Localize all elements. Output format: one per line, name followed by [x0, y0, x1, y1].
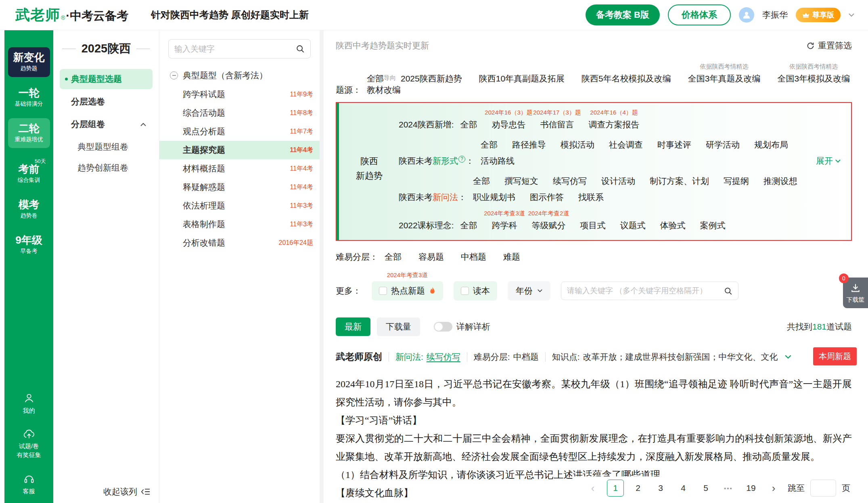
- filter-option[interactable]: 路径推导: [512, 139, 546, 150]
- filter-option[interactable]: 推测设想: [763, 175, 797, 187]
- keyword-search-input[interactable]: [567, 286, 724, 295]
- new-this-week-badge: 本周新题: [813, 347, 857, 365]
- page-button-last[interactable]: 19: [743, 480, 759, 497]
- keyword-search-box[interactable]: [561, 282, 738, 300]
- question-tag[interactable]: 新问法: 续写仿写: [395, 351, 460, 363]
- tree-root-typical-types[interactable]: 典型题型（含新考法）: [159, 70, 320, 85]
- download-basket-button[interactable]: 0 下载筐: [843, 278, 868, 308]
- collapse-node-icon[interactable]: [170, 71, 178, 79]
- filter-option[interactable]: 2025陕西新趋势: [401, 73, 462, 84]
- filter-option[interactable]: 设计活动: [601, 175, 635, 187]
- filter-option[interactable]: 依据陕西考情精选 全国3年模拟及改编: [777, 73, 850, 84]
- filter-option[interactable]: 制订方案、计划: [650, 175, 709, 187]
- menu-layered-paper-selection[interactable]: 分层选卷: [60, 92, 153, 112]
- filter-option[interactable]: 撰写短文: [504, 175, 538, 187]
- nav-mock-exam[interactable]: 模考 趋势卷: [8, 194, 50, 224]
- page-jump-input[interactable]: [810, 480, 836, 497]
- tree-item-selected[interactable]: 主题探究题 11年4考: [159, 141, 320, 159]
- vip-badge[interactable]: 尊享版: [796, 8, 841, 22]
- nav-new-changes[interactable]: 新变化 趋势题: [8, 47, 50, 77]
- filter-option[interactable]: 活动路线: [481, 155, 515, 167]
- tree-item[interactable]: 释疑解惑题 11年4考: [159, 178, 320, 196]
- filter-option[interactable]: 体验式: [660, 220, 686, 231]
- submit-papers-item[interactable]: 试题/卷 有奖征集: [17, 429, 41, 459]
- next-page-button[interactable]: ›: [765, 480, 782, 497]
- filter-option[interactable]: 职业规划书: [473, 192, 515, 203]
- reset-filters-button[interactable]: 重置筛选: [806, 40, 852, 51]
- filter-option[interactable]: 议题式: [620, 220, 646, 231]
- type-search-box[interactable]: [168, 39, 311, 58]
- pricing-button[interactable]: 价格体系: [668, 4, 731, 25]
- filter-option[interactable]: 图示作答: [530, 192, 564, 203]
- filter-option[interactable]: 全部: [460, 119, 477, 130]
- filter-option[interactable]: 社会调查: [609, 139, 643, 150]
- hot-new-questions-checkbox[interactable]: 2024年考查3道 热点新题: [372, 281, 443, 301]
- prev-page-button[interactable]: ‹: [584, 480, 601, 497]
- filter-option[interactable]: 2024年考查3道 跨学科: [492, 220, 517, 231]
- expand-knowledge-chevron-icon[interactable]: [785, 355, 791, 359]
- checkbox[interactable]: [379, 287, 387, 295]
- menu-typical-question-selection[interactable]: 典型题型选题: [60, 69, 153, 89]
- submenu-trend-innovation-builder[interactable]: 趋势创新组卷: [60, 158, 153, 178]
- search-icon[interactable]: [296, 44, 305, 53]
- page-button[interactable]: 3: [652, 480, 669, 497]
- filter-option[interactable]: 陕西5年名校模拟及改编: [581, 73, 671, 84]
- tree-item[interactable]: 跨学科试题 11年9考: [159, 85, 320, 104]
- user-avatar[interactable]: [739, 7, 754, 23]
- detail-toggle-switch[interactable]: [434, 322, 452, 332]
- filter-option[interactable]: 找联系: [578, 192, 604, 203]
- filter-option[interactable]: 中考导向 教材改编: [367, 84, 401, 96]
- tab-downloads[interactable]: 下载量: [377, 317, 420, 336]
- nav-round-2[interactable]: 二轮 重难题培优: [8, 118, 50, 148]
- tree-item[interactable]: 依法析理题 11年3考: [159, 196, 320, 215]
- filter-option[interactable]: 2024年考查2道 等级赋分: [532, 220, 566, 231]
- filter-option[interactable]: 容易题: [418, 251, 444, 263]
- filter-option[interactable]: 全部: [473, 175, 490, 187]
- nav-pre-exam[interactable]: 50天 考前 综合集训: [8, 154, 50, 189]
- filter-option[interactable]: 案例式: [700, 220, 726, 231]
- filter-option[interactable]: 写提纲: [724, 175, 749, 187]
- collapse-column-button[interactable]: 收起该列: [103, 486, 150, 497]
- help-icon[interactable]: ?: [458, 156, 465, 163]
- tree-item[interactable]: 观点分析题 11年7考: [159, 122, 320, 141]
- filter-option[interactable]: 时事述评: [657, 139, 691, 150]
- year-dropdown[interactable]: 年份: [508, 281, 550, 301]
- filter-option[interactable]: 2024年17（3）题 书信留言: [540, 119, 574, 130]
- type-search-input[interactable]: [174, 44, 296, 54]
- filter-option[interactable]: 续写仿写: [553, 175, 587, 187]
- page-button[interactable]: 4: [675, 480, 692, 497]
- search-icon[interactable]: [724, 287, 732, 295]
- filter-option[interactable]: 难题: [503, 251, 520, 263]
- page-button-current[interactable]: 1: [607, 480, 624, 497]
- page-button[interactable]: 5: [697, 480, 714, 497]
- customer-service-item[interactable]: 客服: [23, 473, 35, 495]
- filter-option[interactable]: 全部: [460, 220, 477, 231]
- filter-option[interactable]: 模拟活动: [561, 139, 594, 150]
- filter-option[interactable]: 2024年16（4）题 调查方案报告: [589, 119, 640, 130]
- account-caret-icon[interactable]: [849, 13, 854, 17]
- nav-grade-9[interactable]: 9年级 早备考: [8, 230, 50, 260]
- filter-option[interactable]: 全部: [481, 139, 498, 150]
- reader-checkbox[interactable]: 读本: [454, 281, 497, 301]
- filter-option[interactable]: 中档题: [461, 251, 486, 263]
- page-button[interactable]: 2: [630, 480, 646, 497]
- tab-latest[interactable]: 最新: [336, 317, 370, 336]
- filter-option[interactable]: 规划布局: [754, 139, 788, 150]
- filter-option[interactable]: 全部: [385, 251, 402, 263]
- filter-option[interactable]: 2024年16（3）题 劝导忠告: [492, 119, 526, 130]
- my-account-item[interactable]: 我的: [23, 392, 35, 414]
- tree-item[interactable]: 分析改错题 2016年24题: [159, 234, 320, 252]
- filter-option[interactable]: 陕西10年真副题及拓展: [479, 73, 565, 84]
- submenu-typical-paper-builder[interactable]: 典型题型组卷: [60, 137, 153, 157]
- expand-button[interactable]: 展开: [816, 155, 841, 167]
- filter-option[interactable]: 依据陕西考情精选 全国3年真题及改编: [688, 73, 761, 84]
- tree-item[interactable]: 材料概括题 11年4考: [159, 159, 320, 178]
- filter-option[interactable]: 项目式: [580, 220, 606, 231]
- tree-item[interactable]: 综合活动题 11年8考: [159, 104, 320, 122]
- filter-option[interactable]: 研学活动: [706, 139, 740, 150]
- lesson-plan-button[interactable]: 备考教案 B版: [586, 4, 660, 25]
- nav-round-1[interactable]: 一轮 基础得满分: [8, 83, 50, 113]
- checkbox[interactable]: [461, 287, 469, 295]
- tree-item[interactable]: 表格制作题 11年3考: [159, 215, 320, 234]
- menu-layered-paper-builder[interactable]: 分层组卷: [60, 114, 153, 134]
